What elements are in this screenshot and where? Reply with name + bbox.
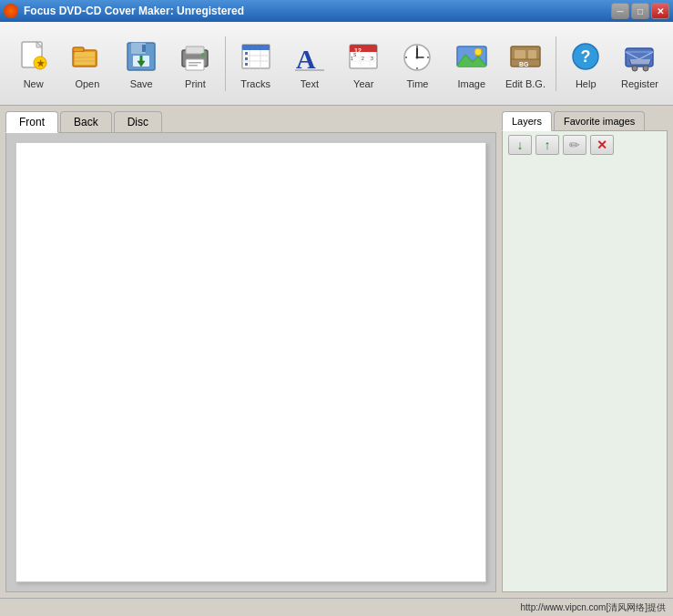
register-label: Register — [621, 78, 658, 89]
svg-rect-21 — [189, 65, 198, 67]
new-button[interactable]: ★ New — [7, 27, 59, 100]
new-icon: ★ — [15, 38, 52, 75]
editbg-icon: BG — [507, 38, 544, 75]
canvas-container — [5, 133, 496, 592]
time-icon — [399, 38, 435, 75]
tracks-label: Tracks — [240, 78, 270, 89]
editbg-button[interactable]: BG Edit B.G. — [499, 27, 551, 100]
layer-delete-button[interactable]: ✕ — [590, 135, 614, 155]
close-button[interactable]: ✕ — [651, 3, 669, 19]
tab-layers[interactable]: Layers — [502, 111, 552, 131]
svg-rect-16 — [140, 56, 143, 61]
tracks-button[interactable]: Tracks — [229, 27, 281, 100]
toolbar-sep-1 — [225, 36, 226, 91]
minimize-button[interactable]: ─ — [611, 3, 629, 19]
open-icon — [69, 38, 106, 75]
svg-rect-7 — [73, 47, 84, 52]
tab-favorite-images[interactable]: Favorite images — [554, 111, 645, 130]
svg-rect-18 — [186, 46, 204, 54]
svg-text:BG: BG — [519, 61, 529, 67]
year-icon: 12 S 1 2 3 — [345, 38, 382, 75]
time-label: Time — [406, 78, 428, 89]
svg-rect-8 — [75, 52, 95, 65]
svg-rect-60 — [528, 50, 536, 59]
status-text: http://www.vipcn.com[清风网络]提供 — [521, 601, 666, 614]
app-icon — [4, 4, 18, 18]
svg-text:★: ★ — [36, 58, 45, 68]
title-bar-controls: ─ □ ✕ — [611, 3, 669, 19]
text-label: Text — [301, 78, 319, 89]
title-bar: Focus DVD-CD Cover Maker: Unregistered ─… — [0, 0, 673, 22]
svg-text:2: 2 — [362, 56, 364, 61]
save-label: Save — [130, 78, 153, 89]
svg-rect-24 — [242, 45, 270, 50]
svg-text:A: A — [296, 44, 316, 74]
help-icon: ? — [567, 38, 604, 75]
svg-rect-20 — [189, 62, 201, 64]
left-tabs: Front Back Disc — [5, 111, 496, 133]
layer-move-down-button[interactable]: ↓ — [508, 135, 532, 155]
svg-rect-59 — [515, 50, 525, 59]
image-button[interactable]: Image — [445, 27, 497, 100]
tab-disc[interactable]: Disc — [114, 111, 162, 132]
year-label: Year — [353, 78, 373, 89]
print-button[interactable]: Print — [169, 27, 221, 100]
editbg-label: Edit B.G. — [505, 78, 546, 89]
help-button[interactable]: ? Help — [560, 27, 612, 100]
open-label: Open — [75, 78, 99, 89]
tracks-icon — [238, 38, 274, 75]
title-bar-left: Focus DVD-CD Cover Maker: Unregistered — [4, 4, 244, 18]
title-bar-text: Focus DVD-CD Cover Maker: Unregistered — [24, 5, 244, 17]
right-tabs: Layers Favorite images — [502, 111, 668, 131]
image-label: Image — [457, 78, 485, 89]
svg-point-22 — [201, 53, 205, 56]
image-icon — [454, 38, 490, 75]
svg-text:?: ? — [581, 47, 591, 66]
text-button[interactable]: A Text — [283, 27, 335, 100]
svg-text:1: 1 — [351, 56, 353, 61]
new-label: New — [24, 78, 44, 89]
toolbar-sep-2 — [556, 36, 556, 91]
toolbar: ★ New Open — [0, 22, 673, 106]
register-button[interactable]: Register — [614, 27, 666, 100]
svg-point-57 — [474, 48, 482, 56]
status-bar: http://www.vipcn.com[清风网络]提供 — [0, 598, 673, 616]
canvas-area — [15, 142, 486, 582]
layer-move-up-button[interactable]: ↑ — [535, 135, 559, 155]
text-icon: A — [291, 38, 328, 75]
register-icon — [621, 38, 658, 75]
right-panel: Layers Favorite images ↓ ↑ ✏ ✕ — [502, 106, 673, 598]
save-icon — [123, 38, 159, 75]
svg-rect-29 — [245, 52, 248, 55]
layers-toolbar: ↓ ↑ ✏ ✕ — [502, 131, 668, 159]
svg-rect-30 — [245, 57, 248, 60]
svg-point-70 — [643, 66, 648, 71]
year-button[interactable]: 12 S 1 2 3 Year — [338, 27, 390, 100]
print-label: Print — [185, 78, 206, 89]
save-button[interactable]: Save — [116, 27, 168, 100]
time-button[interactable]: Time — [392, 27, 444, 100]
svg-point-69 — [632, 66, 637, 71]
layers-content — [502, 159, 668, 592]
layer-edit-button[interactable]: ✏ — [563, 135, 586, 155]
tab-front[interactable]: Front — [5, 111, 58, 133]
svg-rect-14 — [142, 45, 146, 52]
left-panel: Front Back Disc — [0, 106, 502, 598]
open-button[interactable]: Open — [61, 27, 113, 100]
svg-text:3: 3 — [371, 56, 373, 61]
tab-back[interactable]: Back — [60, 111, 112, 132]
main-area: Front Back Disc Layers Favorite images ↓… — [0, 106, 673, 598]
help-label: Help — [576, 78, 597, 89]
print-icon — [177, 38, 213, 75]
svg-rect-31 — [245, 63, 248, 66]
maximize-button[interactable]: □ — [631, 3, 649, 19]
